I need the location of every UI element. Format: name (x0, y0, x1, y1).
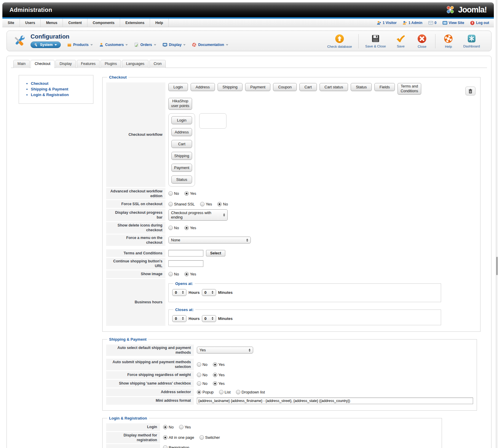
submenu-customers[interactable]: Customers (99, 43, 128, 47)
tab-cron[interactable]: Cron (149, 60, 166, 68)
opens-at-fieldset: Opens at: 0 Hours 0 (168, 281, 441, 302)
show-image-no-radio[interactable]: No (168, 272, 179, 276)
chevron-down-icon (183, 44, 186, 46)
close-button[interactable]: Close (416, 34, 429, 48)
terms-input[interactable] (168, 250, 203, 256)
logout-link[interactable]: Log out (470, 21, 489, 25)
help-button[interactable]: Help (442, 34, 455, 48)
sidebar-link-checkout[interactable]: Checkout (31, 81, 90, 86)
view-site-link[interactable]: View Site (443, 21, 464, 25)
tab-display[interactable]: Display (55, 60, 76, 68)
ssl-yes-radio[interactable]: Yes (200, 202, 212, 206)
delete-icons-no-radio[interactable]: No (168, 226, 179, 230)
submenu-documentation[interactable]: Documentation (192, 43, 228, 47)
ssl-no-radio[interactable]: No (217, 202, 228, 206)
registration-full-radio[interactable]: Registration (163, 445, 189, 448)
submenu-system[interactable]: System (31, 42, 61, 48)
delete-icons-yes-radio[interactable]: Yes (184, 226, 196, 230)
workflow-label: Checkout workflow (106, 82, 165, 187)
menubar-item-users[interactable]: Users (20, 19, 41, 27)
force-shipping-no-radio[interactable]: No (197, 373, 208, 377)
workflow-palette-status[interactable]: Status (351, 83, 372, 91)
scrollbar-thumb[interactable] (496, 257, 498, 275)
tab-languages[interactable]: Languages (122, 60, 149, 68)
dashboard-button[interactable]: Dashboard (463, 34, 480, 48)
auto-submit-yes-radio[interactable]: Yes (213, 362, 225, 367)
closes-minute-select[interactable]: 0 (202, 315, 216, 322)
select-arrows-icon (182, 317, 184, 320)
login-yes-radio[interactable]: Yes (179, 425, 191, 429)
logout-icon (470, 21, 475, 25)
workflow-step-address[interactable]: Address (171, 128, 192, 136)
workflow-palette-hikashop-points[interactable]: HikaShop user points (168, 98, 192, 109)
config-tabs: Main Checkout Display Features Plugins L… (11, 60, 487, 68)
sidebar-link-login-registration[interactable]: Login & Registration (31, 93, 90, 97)
workflow-step-shipping[interactable]: Shipping (171, 152, 192, 160)
tab-checkout[interactable]: Checkout (31, 60, 55, 68)
opens-minute-select[interactable]: 0 (202, 289, 216, 296)
workflow-palette-fields[interactable]: Fields (374, 83, 395, 91)
products-box-icon (67, 43, 71, 47)
address-selector-dropdown-radio[interactable]: Dropdown list (236, 390, 265, 394)
force-menu-select[interactable]: None (168, 237, 251, 243)
form-row-display-method: Display method for registration All in o… (106, 432, 438, 444)
menubar-item-content[interactable]: Content (63, 19, 87, 27)
orders-page-icon (134, 43, 138, 47)
auto-submit-no-radio[interactable]: No (197, 362, 208, 367)
messages-status[interactable]: 0 (428, 21, 437, 25)
submenu-products[interactable]: Products (67, 43, 93, 47)
status-area: 1 Visitor 1 Admin 0 View Site Log out (377, 19, 494, 27)
auto-select-select[interactable]: Yes (197, 347, 253, 353)
display-method-switcher-radio[interactable]: Switcher (199, 435, 220, 440)
chevron-down-icon (226, 44, 228, 46)
login-no-radio[interactable]: No (163, 425, 174, 429)
address-selector-popup-radio[interactable]: Popup (197, 390, 214, 394)
workflow-palette-login[interactable]: Login (168, 83, 188, 91)
menubar-item-site[interactable]: Site (2, 19, 20, 27)
check-database-button[interactable]: Check database (327, 34, 352, 48)
form-row-login: Login No Yes (106, 423, 438, 431)
menubar-item-components[interactable]: Components (87, 19, 120, 27)
workflow-palette-payment[interactable]: Payment (245, 83, 270, 91)
terms-select-button[interactable]: Select (206, 250, 225, 256)
form-row-checkout-workflow: Checkout workflow Login Address Shipping… (106, 82, 477, 187)
advanced-workflow-no-radio[interactable]: No (168, 191, 179, 196)
continue-url-input[interactable] (168, 260, 203, 267)
mini-address-format-input[interactable] (197, 398, 473, 404)
workflow-palette-address[interactable]: Address (191, 83, 215, 91)
progress-bar-select[interactable]: Checkout progress with ending (168, 209, 228, 221)
force-shipping-yes-radio[interactable]: Yes (213, 373, 225, 377)
workflow-palette-cart-status[interactable]: Cart status (320, 83, 348, 91)
advanced-workflow-yes-radio[interactable]: Yes (184, 191, 196, 196)
show-image-yes-radio[interactable]: Yes (184, 272, 196, 276)
submenu-orders[interactable]: Orders (134, 43, 156, 47)
menubar-item-help[interactable]: Help (150, 19, 169, 27)
opens-hour-select[interactable]: 0 (172, 289, 186, 296)
workflow-step-status[interactable]: Status (171, 176, 192, 184)
workflow-step-cart[interactable]: Cart (171, 140, 192, 148)
workflow-palette-shipping[interactable]: Shipping (218, 83, 243, 91)
closes-hour-select[interactable]: 0 (172, 315, 186, 322)
ssl-shared-radio[interactable]: Shared SSL (168, 202, 195, 206)
menubar-item-menus[interactable]: Menus (41, 19, 63, 27)
menubar-item-extensions[interactable]: Extensions (120, 19, 150, 27)
same-address-yes-radio[interactable]: Yes (213, 381, 225, 386)
submenu-display[interactable]: Display (163, 43, 186, 47)
workflow-palette-cart[interactable]: Cart (299, 83, 317, 91)
display-method-onepage-radio[interactable]: All in one page (163, 435, 194, 440)
same-address-no-radio[interactable]: No (197, 381, 208, 386)
tab-features[interactable]: Features (77, 60, 100, 68)
save-close-button[interactable]: Save & Close (365, 34, 386, 48)
workflow-trash-button[interactable] (465, 87, 475, 95)
workflow-palette-terms[interactable]: Terms and Conditions (398, 83, 421, 95)
workflow-step-payment[interactable]: Payment (171, 164, 192, 172)
workflow-dropzone[interactable] (199, 113, 226, 129)
workflow-step-login[interactable]: Login (171, 116, 192, 124)
closes-at-legend: Closes at: (173, 307, 195, 312)
tab-main[interactable]: Main (13, 60, 30, 68)
tab-plugins[interactable]: Plugins (100, 60, 121, 68)
address-selector-list-radio[interactable]: List (219, 390, 231, 394)
save-button[interactable]: Save (394, 34, 407, 48)
workflow-palette-coupon[interactable]: Coupon (273, 83, 297, 91)
sidebar-link-shipping-payment[interactable]: Shipping & Payment (31, 87, 90, 91)
